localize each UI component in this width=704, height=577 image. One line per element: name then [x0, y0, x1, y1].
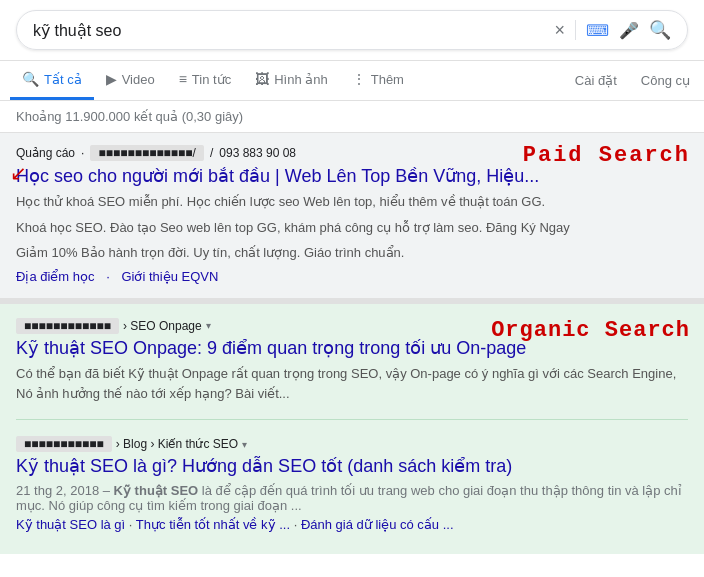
- clear-icon[interactable]: ×: [554, 20, 565, 41]
- organic-2-domain: ■■■■■■■■■■■: [16, 436, 112, 452]
- search-bar: × ⌨ 🎤 🔍: [0, 0, 704, 61]
- tab-video-label: Video: [122, 72, 155, 87]
- microphone-icon[interactable]: 🎤: [619, 21, 639, 40]
- settings-link[interactable]: Cài đặt: [571, 63, 621, 98]
- ad-slash: /: [210, 146, 213, 160]
- ad-separator: ·: [81, 146, 84, 160]
- paid-snippet-1: Học thử khoá SEO miễn phí. Học chiến lượ…: [16, 192, 688, 212]
- paid-result-title[interactable]: Học seo cho người mới bắt đầu | Web Lên …: [16, 165, 688, 188]
- organic-2-breadcrumb: ■■■■■■■■■■■ › Blog › Kiến thức SEO ▾: [16, 436, 688, 452]
- sitelink-2[interactable]: Giới thiệu EQVN: [121, 269, 218, 284]
- tab-tat-ca-label: Tất cả: [44, 72, 82, 87]
- organic-2-title[interactable]: Kỹ thuật SEO là gì? Hướng dẫn SEO tốt (d…: [16, 455, 688, 478]
- organic-2-link-2[interactable]: Thực tiễn tốt nhất về kỹ ...: [136, 517, 290, 532]
- nav-right: Cài đặt Công cụ: [571, 63, 694, 98]
- organic-2-snippet: Kỹ thuật SEO là gì · Thực tiễn tốt nhất …: [16, 515, 688, 535]
- sitelink-1[interactable]: Địa điểm học: [16, 269, 95, 284]
- organic-1-title[interactable]: Kỹ thuật SEO Onpage: 9 điểm quan trọng t…: [16, 337, 688, 360]
- tab-hinh-anh-icon: 🖼: [255, 71, 269, 87]
- paid-search-label: Paid Search: [523, 143, 690, 168]
- organic-result-1: ■■■■■■■■■■■■ › SEO Onpage ▾ Kỹ thuật SEO…: [16, 318, 688, 403]
- tab-them-label: Thêm: [371, 72, 404, 87]
- tab-hinh-anh-label: Hình ảnh: [274, 72, 328, 87]
- ad-url: ■■■■■■■■■■■■■/: [90, 145, 204, 161]
- organic-1-breadcrumb: ■■■■■■■■■■■■ › SEO Onpage ▾: [16, 318, 688, 334]
- tab-tin-tuc-label: Tin tức: [192, 72, 231, 87]
- organic-1-snippet: Có thể bạn đã biết Kỹ thuật Onpage rất q…: [16, 364, 688, 403]
- organic-section: Organic Search ■■■■■■■■■■■■ › SEO Onpage…: [0, 304, 704, 554]
- organic-2-snippet-bold: Kỹ thuật SEO là để cập đến quá trình tối…: [16, 483, 682, 513]
- nav-left: 🔍 Tất cả ▶ Video ≡ Tin tức 🖼 Hình ảnh ⋮ …: [10, 61, 571, 100]
- results-count: Khoảng 11.900.000 kết quả (0,30 giây): [0, 101, 704, 133]
- tab-tat-ca[interactable]: 🔍 Tất cả: [10, 61, 94, 100]
- tab-video-icon: ▶: [106, 71, 117, 87]
- tab-tin-tuc[interactable]: ≡ Tin tức: [167, 61, 243, 100]
- organic-1-domain: ■■■■■■■■■■■■: [16, 318, 119, 334]
- tab-them[interactable]: ⋮ Thêm: [340, 61, 416, 100]
- search-input[interactable]: [33, 21, 554, 39]
- paid-arrow-annotation: ↙: [10, 161, 27, 185]
- ad-prefix: Quảng cáo: [16, 146, 75, 160]
- tab-them-icon: ⋮: [352, 71, 366, 87]
- tab-tin-tuc-icon: ≡: [179, 71, 187, 87]
- keyboard-icon[interactable]: ⌨: [586, 21, 609, 40]
- tab-hinh-anh[interactable]: 🖼 Hình ảnh: [243, 61, 340, 100]
- search-submit-icon[interactable]: 🔍: [649, 19, 671, 41]
- sitelink-separator: ·: [106, 269, 110, 284]
- organic-2-link-1[interactable]: Kỹ thuật SEO là gì: [16, 517, 125, 532]
- organic-2-date: 21 thg 2, 2018 – Kỹ thuật SEO là để cập …: [16, 483, 688, 513]
- search-input-wrapper: × ⌨ 🎤 🔍: [16, 10, 688, 50]
- ad-phone: 093 883 90 08: [219, 146, 296, 160]
- divider: [575, 20, 576, 40]
- organic-2-path: › Blog › Kiến thức SEO: [116, 437, 238, 451]
- organic-2-dropdown-icon[interactable]: ▾: [242, 439, 247, 450]
- nav-tabs: 🔍 Tất cả ▶ Video ≡ Tin tức 🖼 Hình ảnh ⋮ …: [0, 61, 704, 101]
- tab-video[interactable]: ▶ Video: [94, 61, 167, 100]
- paid-sitelinks: Địa điểm học · Giới thiệu EQVN: [16, 269, 688, 284]
- organic-result-2: ■■■■■■■■■■■ › Blog › Kiến thức SEO ▾ Kỹ …: [16, 419, 688, 534]
- paid-section: Paid Search ↙ Quảng cáo · ■■■■■■■■■■■■■/…: [0, 133, 704, 304]
- paid-snippet-3: Giảm 10% Bảo hành trọn đời. Uy tín, chất…: [16, 243, 688, 263]
- tab-tat-ca-icon: 🔍: [22, 71, 39, 87]
- organic-2-link-3[interactable]: Đánh giá dữ liệu có cấu ...: [301, 517, 454, 532]
- paid-snippet-2: Khoá học SEO. Đào tạo Seo web lên top GG…: [16, 218, 688, 238]
- tools-link[interactable]: Công cụ: [637, 63, 694, 98]
- organic-1-dropdown-icon[interactable]: ▾: [206, 320, 211, 331]
- organic-1-path: › SEO Onpage: [123, 319, 202, 333]
- results-area: Paid Search ↙ Quảng cáo · ■■■■■■■■■■■■■/…: [0, 133, 704, 554]
